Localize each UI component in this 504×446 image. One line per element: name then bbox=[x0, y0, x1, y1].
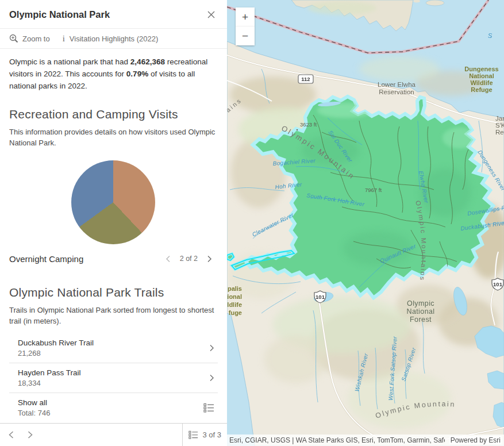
chevron-right-icon bbox=[207, 255, 212, 263]
overnight-camping-pie bbox=[71, 160, 155, 244]
zoom-to-label: Zoom to bbox=[22, 34, 50, 43]
chevron-right-icon bbox=[27, 430, 33, 439]
popup-content: Olympic is a national park that had 2,46… bbox=[0, 49, 227, 423]
recreation-description: This information provides details on how… bbox=[9, 126, 216, 149]
list-icon bbox=[188, 430, 198, 440]
reservation-label-line: Lower Elwha bbox=[378, 81, 415, 88]
popup-toolbar: Zoom to i Visitation Highlights (2022) bbox=[0, 28, 227, 49]
trail-total: Total: 746 bbox=[18, 409, 50, 417]
trails-section: Olympic National Park Trails Trails in O… bbox=[9, 286, 218, 423]
refuge-label-line: palis bbox=[228, 285, 242, 292]
chart-pager-prev-button[interactable] bbox=[164, 254, 172, 264]
reservation-label-line: Jam bbox=[495, 115, 504, 122]
refuge-label-line: Refuge bbox=[471, 86, 492, 93]
map-canvas[interactable]: Olympic Mountains Olympic Mountains Olym… bbox=[227, 0, 504, 446]
svg-text:112: 112 bbox=[301, 76, 310, 82]
strait-partial-label: S bbox=[488, 32, 493, 39]
info-tab-button[interactable]: Visitation Highlights (2022) bbox=[70, 34, 158, 43]
feature-pager[interactable]: 3 of 3 bbox=[182, 424, 227, 446]
elevation-label: 7967 ft bbox=[365, 187, 382, 193]
reservation-label-line: Res bbox=[495, 129, 504, 136]
chevron-right-icon bbox=[209, 344, 214, 352]
popup-footer: 3 of 3 bbox=[0, 423, 227, 446]
svg-text:101: 101 bbox=[493, 281, 503, 287]
trail-list: Duckabush River Trail 21,268 Hayden Pass… bbox=[9, 333, 218, 423]
forest-label-line: National bbox=[406, 307, 434, 316]
popup-title: Olympic National Park bbox=[9, 9, 110, 20]
visit-percent: 0.79% bbox=[126, 70, 148, 78]
trails-description: Trails in Olympic National Park sorted f… bbox=[9, 305, 216, 327]
recreation-heading: Recreation and Camping Visits bbox=[9, 107, 218, 121]
feature-prev-button[interactable] bbox=[7, 429, 16, 440]
map-attribution: Esri, CGIAR, USGS | WA State Parks GIS, … bbox=[227, 435, 504, 446]
trail-length: 21,268 bbox=[18, 349, 94, 357]
zoom-in-button[interactable]: + bbox=[236, 7, 255, 26]
trail-name: Hayden Pass Trail bbox=[18, 368, 81, 377]
attribution-sources: Esri, CGIAR, USGS | WA State Parks GIS, … bbox=[229, 436, 445, 444]
map-zoom-control: + − bbox=[236, 7, 255, 45]
forest-label-line: Forest bbox=[410, 316, 432, 324]
info-icon: i bbox=[63, 34, 65, 44]
route-112-shield: 112 bbox=[298, 75, 313, 83]
visitor-count: 2,462,368 bbox=[130, 57, 165, 66]
refuge-label-line: National bbox=[469, 72, 494, 79]
refuge-label-line: Wildlife bbox=[470, 79, 493, 86]
trail-length: 18,334 bbox=[18, 379, 81, 387]
zoom-to-icon bbox=[9, 34, 18, 43]
chevron-left-icon bbox=[166, 255, 171, 263]
feature-next-button[interactable] bbox=[26, 429, 34, 440]
zoom-out-button[interactable]: − bbox=[236, 26, 255, 45]
popup-header: Olympic National Park bbox=[0, 0, 227, 28]
show-all-label: Show all bbox=[18, 398, 50, 407]
chart-pager: 2 of 2 bbox=[164, 254, 213, 264]
chevron-right-icon bbox=[209, 374, 214, 382]
chart-pager-next-button[interactable] bbox=[206, 254, 213, 264]
chart-footer: Overnight Camping 2 of 2 bbox=[9, 254, 218, 264]
intro-paragraph: Olympic is a national park that had 2,46… bbox=[9, 56, 210, 93]
list-icon bbox=[203, 402, 214, 413]
zoom-to-button[interactable]: Zoom to bbox=[9, 34, 50, 43]
info-tab-label: Visitation Highlights (2022) bbox=[70, 34, 158, 43]
elevation-label: 3623 ft bbox=[300, 121, 317, 128]
chart-title: Overnight Camping bbox=[9, 254, 83, 264]
trails-heading: Olympic National Park Trails bbox=[9, 286, 218, 299]
refuge-label-line: tional bbox=[227, 293, 242, 300]
popup-panel: Olympic National Park Zoom to i Visitati… bbox=[0, 0, 227, 446]
chevron-left-icon bbox=[8, 430, 14, 439]
refuge-label-line: fuge bbox=[229, 309, 242, 316]
refuge-label-line: ldlife bbox=[227, 301, 242, 308]
close-icon bbox=[207, 10, 216, 19]
reservation-label-line: Reservation bbox=[379, 89, 414, 95]
trail-row-hayden[interactable]: Hayden Pass Trail 18,334 bbox=[9, 363, 218, 393]
feature-pager-label: 3 of 3 bbox=[202, 430, 221, 439]
reservation-label-line: S'K bbox=[495, 122, 504, 129]
powered-by-esri[interactable]: Powered by Esri bbox=[449, 436, 502, 444]
close-button[interactable] bbox=[205, 8, 218, 21]
trail-name: Duckabush River Trail bbox=[18, 339, 94, 347]
map-viewer-app: Olympic National Park Zoom to i Visitati… bbox=[0, 0, 504, 446]
svg-text:101: 101 bbox=[316, 294, 325, 300]
trail-row-duckabush[interactable]: Duckabush River Trail 21,268 bbox=[9, 333, 218, 363]
chart-pager-label: 2 of 2 bbox=[180, 255, 198, 263]
basemap: Olympic Mountains Olympic Mountains Olym… bbox=[227, 0, 504, 446]
forest-label-line: Olympic bbox=[407, 299, 434, 307]
intro-pre: Olympic is a national park that had bbox=[9, 57, 130, 66]
refuge-label-line: Dungeness bbox=[464, 66, 498, 72]
show-all-row[interactable]: Show all Total: 746 bbox=[9, 393, 218, 423]
